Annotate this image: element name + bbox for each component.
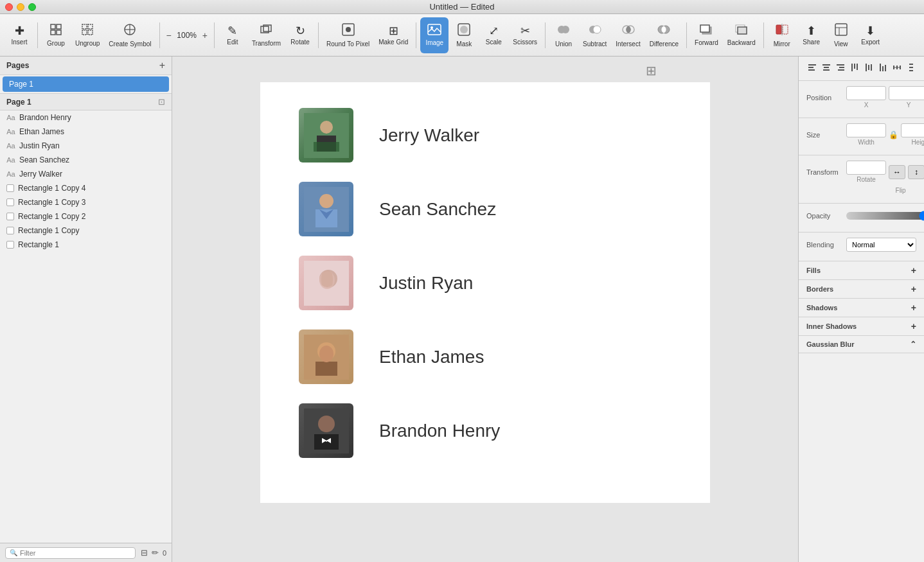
subtract-icon <box>588 22 602 39</box>
scissors-button[interactable]: ✂ Scissors <box>509 17 541 53</box>
flip-h-button[interactable]: ↔ <box>889 165 905 179</box>
subtract-button[interactable]: Subtract <box>579 17 610 53</box>
rotate-button[interactable]: ↻ Rotate <box>286 17 314 53</box>
layer-item[interactable]: Aa Jerry Walker <box>0 167 172 181</box>
zoom-in-button[interactable]: + <box>200 29 210 42</box>
insert-button[interactable]: ✚ Insert <box>5 17 33 53</box>
size-width-input[interactable] <box>846 123 886 137</box>
layer-checkbox[interactable] <box>6 184 14 192</box>
position-y-input[interactable] <box>889 86 924 100</box>
inner-shadows-add-icon[interactable]: + <box>911 321 916 331</box>
gaussian-blur-section-header[interactable]: Gaussian Blur ⌃ <box>799 336 924 353</box>
difference-button[interactable]: Difference <box>646 17 682 53</box>
rotate-input[interactable] <box>846 161 886 175</box>
profile-row-jerry: Jerry Walker <box>299 108 671 162</box>
layer-item[interactable]: Aa Ethan James <box>0 125 172 139</box>
inner-shadows-section-header[interactable]: Inner Shadows + <box>799 317 924 336</box>
group-button[interactable]: Group <box>42 17 70 53</box>
width-label: Width <box>846 139 886 146</box>
flip-v-button[interactable]: ↕ <box>908 165 924 179</box>
minimize-button[interactable] <box>17 3 24 11</box>
scale-icon: ⤢ <box>489 25 499 37</box>
edit-button[interactable]: ✎ Edit <box>218 17 247 53</box>
fills-add-icon[interactable]: + <box>911 265 916 276</box>
lock-aspect-icon[interactable]: 🔒 <box>889 130 898 139</box>
opacity-label: Opacity <box>806 212 844 220</box>
intersect-button[interactable]: Intersect <box>612 17 644 53</box>
transform-button[interactable]: Transform <box>248 17 285 53</box>
page-item-page1[interactable]: Page 1 <box>3 76 169 92</box>
align-top-button[interactable] <box>848 62 861 75</box>
profile-name-jerry: Jerry Walker <box>379 125 479 146</box>
text-layer-icon: Aa <box>6 128 15 136</box>
export-button[interactable]: ⬇ Export <box>857 17 885 53</box>
share-button[interactable]: ⬆ Share <box>797 17 826 53</box>
borders-section-header[interactable]: Borders + <box>799 280 924 299</box>
mask-button[interactable]: Mask <box>450 17 478 53</box>
avatar-sean <box>299 182 353 236</box>
layer-item[interactable]: Rectangle 1 Copy 4 <box>0 181 172 195</box>
layer-panel-expand-icon[interactable]: ⊡ <box>158 97 165 107</box>
layer-checkbox[interactable] <box>6 213 14 220</box>
pencil-icon-btn[interactable]: ✏ <box>152 548 159 558</box>
svg-rect-57 <box>822 64 830 66</box>
align-right-button[interactable] <box>834 62 847 75</box>
round-to-pixel-button[interactable]: Round To Pixel <box>323 17 373 53</box>
layer-item[interactable]: Rectangle 1 Copy 2 <box>0 209 172 224</box>
borders-add-icon[interactable]: + <box>911 284 916 294</box>
mask-icon <box>457 22 471 39</box>
create-symbol-button[interactable]: Create Symbol <box>105 17 155 53</box>
profile-name-justin: Justin Ryan <box>379 273 473 294</box>
distribute-v-button[interactable] <box>905 62 918 75</box>
align-middle-button[interactable] <box>862 62 875 75</box>
group-icon <box>49 23 62 38</box>
opacity-slider[interactable] <box>846 212 924 220</box>
size-height-input[interactable] <box>901 123 924 137</box>
svg-rect-59 <box>823 69 830 71</box>
view-button[interactable]: View <box>827 17 855 53</box>
align-left-button[interactable] <box>806 62 819 75</box>
make-grid-button[interactable]: ⊞ Make Grid <box>375 17 412 53</box>
align-center-button[interactable] <box>820 62 833 75</box>
mirror-icon <box>775 22 789 39</box>
canvas-zoom-icon[interactable]: ⊞ <box>646 63 657 78</box>
layer-item[interactable]: Rectangle 1 Copy <box>0 224 172 238</box>
backward-button[interactable]: Backward <box>724 17 760 53</box>
layer-item[interactable]: Aa Brandon Henry <box>0 110 172 125</box>
image-button[interactable]: Image <box>420 17 449 53</box>
ungroup-button[interactable]: Ungroup <box>71 17 103 53</box>
union-button[interactable]: Union <box>549 17 578 53</box>
blending-select[interactable]: Normal Multiply Screen Overlay Darken Li… <box>846 238 916 252</box>
position-x-input[interactable] <box>846 86 886 100</box>
backward-icon <box>734 24 749 37</box>
layers-icon-btn[interactable]: ⊟ <box>141 548 148 558</box>
mirror-button[interactable]: Mirror <box>768 17 796 53</box>
gaussian-blur-chevron-icon[interactable]: ⌃ <box>910 340 916 349</box>
forward-button[interactable]: Forward <box>691 17 722 53</box>
round-to-pixel-icon <box>341 22 355 39</box>
fills-section-header[interactable]: Fills + <box>799 261 924 280</box>
layer-item[interactable]: Rectangle 1 <box>0 238 172 252</box>
zoom-value[interactable]: 100% <box>175 31 199 40</box>
distribute-h-button[interactable] <box>891 62 903 75</box>
shadows-section-header[interactable]: Shadows + <box>799 299 924 317</box>
filter-input[interactable] <box>20 549 131 557</box>
scale-button[interactable]: ⤢ Scale <box>479 17 508 53</box>
toolbar-separator-2 <box>159 22 160 48</box>
svg-point-39 <box>320 121 333 134</box>
layer-checkbox[interactable] <box>6 227 14 234</box>
shadows-add-icon[interactable]: + <box>911 303 916 313</box>
text-layer-icon: Aa <box>6 170 15 178</box>
layer-checkbox[interactable] <box>6 241 14 249</box>
add-page-button[interactable]: + <box>159 60 165 71</box>
align-bottom-button[interactable] <box>876 62 889 75</box>
maximize-button[interactable] <box>28 3 36 11</box>
layer-item[interactable]: Aa Sean Sanchez <box>0 153 172 167</box>
pages-title: Pages <box>6 61 29 70</box>
zoom-out-button[interactable]: − <box>164 29 174 42</box>
layer-checkbox[interactable] <box>6 198 14 206</box>
layer-item[interactable]: Aa Justin Ryan <box>0 139 172 153</box>
close-button[interactable] <box>5 3 13 11</box>
layer-item[interactable]: Rectangle 1 Copy 3 <box>0 195 172 209</box>
text-layer-icon: Aa <box>6 114 15 121</box>
